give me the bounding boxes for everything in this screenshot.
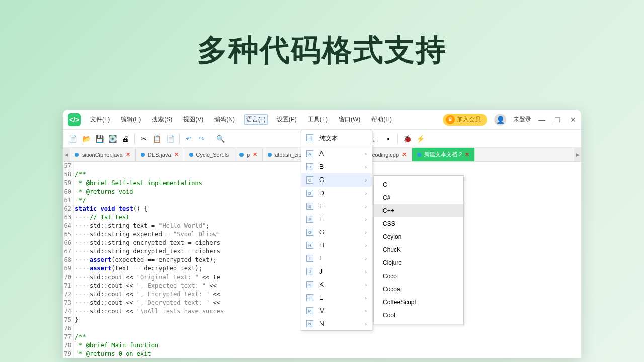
chevron-right-icon: ›: [365, 217, 367, 222]
letter-icon: H: [306, 242, 313, 249]
letter-icon: M: [306, 307, 313, 314]
print-icon[interactable]: 🖨: [120, 134, 130, 144]
file-icon: 📄: [306, 134, 313, 141]
language-menu: 📄 纯文本 AA›BB›CC›DD›EE›FF›GG›HH›II›JJ›KK›L…: [301, 130, 372, 331]
lang-letter-L[interactable]: LL›: [301, 291, 372, 304]
tab-close-icon[interactable]: ✕: [253, 151, 257, 158]
tab-close-icon[interactable]: ✕: [174, 151, 179, 158]
menu-编码(N)[interactable]: 编码(N): [212, 114, 237, 125]
tab-新建文本文档 2[interactable]: 新建文本文档 2✕: [412, 148, 475, 161]
chevron-right-icon: ›: [365, 256, 367, 261]
titlebar: </> 文件(F)编辑(E)搜索(S)视图(V)编码(N)语言(L)设置(P)工…: [63, 110, 581, 130]
lang-option-CSS[interactable]: CSS: [374, 217, 463, 230]
chevron-right-icon: ›: [365, 295, 367, 301]
lang-option-C#[interactable]: C#: [374, 191, 463, 204]
bolt-icon[interactable]: ⚡: [415, 134, 425, 144]
save-icon[interactable]: 💾: [94, 134, 104, 144]
bug-icon[interactable]: 🐞: [402, 134, 412, 144]
undo-icon[interactable]: ↶: [184, 134, 194, 144]
tab-close-icon[interactable]: ✕: [465, 151, 469, 158]
lang-letter-K[interactable]: KK›: [301, 278, 372, 291]
tab-scroll-left[interactable]: ◀: [63, 148, 70, 161]
tab-dot-icon: [417, 153, 421, 157]
menu-视图(V)[interactable]: 视图(V): [181, 114, 205, 125]
lang-letter-F[interactable]: FF›: [301, 213, 372, 226]
lang-option-Cocoa[interactable]: Cocoa: [374, 283, 463, 296]
chevron-right-icon: ›: [365, 243, 367, 248]
lang-letter-E[interactable]: EE›: [301, 200, 372, 213]
tab-close-icon[interactable]: ✕: [402, 151, 407, 158]
tab-DES.java[interactable]: DES.java✕: [136, 148, 184, 161]
letter-icon: K: [306, 281, 313, 288]
chevron-right-icon: ›: [365, 151, 367, 157]
language-plaintext-item[interactable]: 📄 纯文本: [301, 130, 372, 147]
chevron-right-icon: ›: [365, 177, 367, 183]
save-all-icon[interactable]: 💽: [107, 134, 117, 144]
lang-letter-J[interactable]: JJ›: [301, 265, 372, 278]
chevron-right-icon: ›: [365, 191, 367, 196]
new-file-icon[interactable]: 📄: [68, 134, 78, 144]
letter-icon: E: [306, 203, 313, 210]
lang-letter-B[interactable]: BB›: [301, 160, 372, 173]
letter-icon: F: [306, 216, 313, 223]
lang-option-Ceylon[interactable]: Ceylon: [374, 230, 463, 243]
lang-letter-N[interactable]: NN›: [301, 317, 372, 330]
menu-工具(T)[interactable]: 工具(T): [306, 114, 330, 125]
maximize-button[interactable]: ☐: [554, 116, 561, 124]
lang-letter-D[interactable]: DD›: [301, 187, 372, 200]
vip-button[interactable]: ♛ 加入会员: [443, 114, 487, 126]
close-button[interactable]: ✕: [570, 116, 576, 124]
paste-icon[interactable]: 📄: [165, 134, 175, 144]
chevron-right-icon: ›: [365, 269, 367, 275]
menu-bar: 文件(F)编辑(E)搜索(S)视图(V)编码(N)语言(L)设置(P)工具(T)…: [88, 114, 394, 125]
menu-编辑(E)[interactable]: 编辑(E): [119, 114, 143, 125]
login-status: 未登录: [513, 115, 531, 124]
letter-icon: J: [306, 268, 313, 275]
lang-option-CoffeeScript[interactable]: CoffeeScript: [374, 296, 463, 309]
lang-option-C[interactable]: C: [374, 178, 463, 191]
chevron-right-icon: ›: [365, 164, 367, 170]
redo-icon[interactable]: ↷: [197, 134, 207, 144]
lang-option-ChucK[interactable]: ChucK: [374, 243, 463, 256]
language-submenu: CC#C++CSSCeylonChucKClojureCocoCocoaCoff…: [373, 175, 464, 324]
letter-icon: L: [306, 294, 313, 301]
open-icon[interactable]: 📂: [81, 134, 91, 144]
avatar-icon[interactable]: 👤: [494, 114, 506, 126]
lang-letter-M[interactable]: MM›: [301, 304, 372, 317]
menu-设置(P)[interactable]: 设置(P): [275, 114, 299, 125]
menu-帮助(H)[interactable]: 帮助(H): [369, 114, 394, 125]
chevron-right-icon: ›: [365, 282, 367, 288]
menu-文件(F)[interactable]: 文件(F): [88, 114, 112, 125]
lang-letter-I[interactable]: II›: [301, 252, 372, 265]
lang-letter-C[interactable]: CC›: [301, 173, 372, 187]
letter-icon: A: [306, 150, 313, 157]
lang-letter-G[interactable]: GG›: [301, 226, 372, 239]
tab-dot-icon: [141, 153, 145, 157]
tab-p[interactable]: p✕: [234, 148, 263, 161]
menu-语言(L)[interactable]: 语言(L): [244, 114, 268, 125]
lang-option-Clojure[interactable]: Clojure: [374, 256, 463, 269]
tab-dot-icon: [268, 153, 272, 157]
menu-窗口(W)[interactable]: 窗口(W): [337, 114, 362, 125]
lang-letter-A[interactable]: AA›: [301, 147, 372, 160]
chevron-right-icon: ›: [365, 204, 367, 209]
lang-option-C++[interactable]: C++: [374, 204, 463, 217]
letter-icon: I: [306, 255, 313, 262]
lang-letter-H[interactable]: HH›: [301, 239, 372, 252]
tab-sitionCipher.java[interactable]: sitionCipher.java✕: [70, 148, 136, 161]
tab-dot-icon: [75, 153, 79, 157]
cut-icon[interactable]: ✂: [139, 134, 149, 144]
tab-scroll-right[interactable]: ▶: [574, 148, 581, 161]
zoom-icon[interactable]: 🔍: [215, 134, 225, 144]
chevron-right-icon: ›: [365, 321, 367, 327]
letter-icon: B: [306, 163, 313, 170]
lang-option-Cool[interactable]: Cool: [374, 309, 463, 322]
minimize-button[interactable]: —: [538, 116, 545, 124]
copy-icon[interactable]: 📋: [152, 134, 162, 144]
tab-close-icon[interactable]: ✕: [126, 151, 130, 158]
tab-Cycle_Sort.fs[interactable]: Cycle_Sort.fs: [184, 148, 234, 161]
lang-option-Coco[interactable]: Coco: [374, 269, 463, 283]
menu-搜索(S)[interactable]: 搜索(S): [150, 114, 174, 125]
terminal-icon[interactable]: ▪: [383, 134, 393, 144]
chevron-right-icon: ›: [365, 308, 367, 314]
